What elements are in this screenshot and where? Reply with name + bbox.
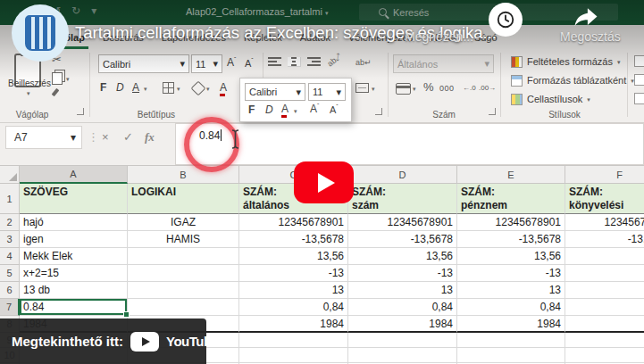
mini-bold-button[interactable]: F: [248, 103, 255, 116]
cell-A2[interactable]: hajó: [20, 214, 128, 231]
grow-font-button[interactable]: Aˆ: [227, 56, 236, 69]
font-color-button[interactable]: A: [220, 81, 227, 94]
cell-B1[interactable]: LOGIKAI: [128, 184, 239, 214]
insert-cells-icon[interactable]: [634, 55, 644, 67]
comma-style-button[interactable]: 000: [439, 84, 455, 93]
watch-later-label[interactable]: Megnézen...: [405, 29, 473, 44]
cell-C6[interactable]: 13: [239, 282, 348, 299]
row-header-4[interactable]: 4: [0, 248, 20, 265]
cell-A5[interactable]: x+2=15: [20, 265, 128, 282]
format-painter-icon[interactable]: [52, 88, 60, 96]
mini-shrink-font-button[interactable]: Aˇ: [330, 103, 339, 115]
cell-E1[interactable]: SZÁM:pénznem: [457, 184, 565, 214]
cell-styles-button[interactable]: Cellastílusok▾: [511, 92, 590, 106]
video-title-link[interactable]: Tartalmi cellaformázás az Excelben: szöv…: [75, 23, 611, 43]
italic-button[interactable]: D: [116, 81, 124, 94]
cell-C3[interactable]: -13,5678: [239, 231, 348, 248]
youtube-logo-icon[interactable]: [130, 332, 159, 352]
font-name-combo[interactable]: Calibri▾: [98, 54, 189, 73]
mini-font-name-combo[interactable]: Calibri▾: [245, 83, 305, 101]
increase-decimal-icon[interactable]: ←.0: [463, 84, 476, 92]
cell-A4[interactable]: Mekk Elek: [20, 248, 128, 265]
cell-D3[interactable]: -13,5678: [348, 231, 457, 248]
column-header-D[interactable]: D: [348, 166, 457, 184]
row-header-1[interactable]: 1: [0, 184, 20, 214]
cell-F7[interactable]: [565, 299, 644, 316]
cell-D9[interactable]: [348, 333, 457, 348]
column-header-E[interactable]: E: [457, 166, 565, 184]
row-header-3[interactable]: 3: [0, 231, 20, 248]
cell-B5[interactable]: [128, 265, 239, 282]
cell-C5[interactable]: -13: [239, 265, 348, 282]
play-button[interactable]: [294, 161, 354, 203]
cell-E10[interactable]: [457, 348, 565, 363]
enter-entry-button[interactable]: ✓: [123, 130, 133, 144]
mini-font-size-combo[interactable]: 11▾: [308, 83, 346, 101]
borders-caret-icon[interactable]: ▾: [177, 86, 180, 92]
decrease-decimal-icon[interactable]: .00→: [479, 84, 496, 92]
number-dialog-launcher-icon[interactable]: [489, 108, 496, 115]
document-title[interactable]: Alap02_Cellaformazas_tartalmi ▾: [186, 6, 328, 17]
accounting-caret-icon[interactable]: ▾: [413, 86, 416, 92]
cell-D4[interactable]: 13,56: [348, 248, 457, 265]
merge-caret-icon[interactable]: ▾: [372, 86, 375, 92]
cancel-entry-button[interactable]: ×: [102, 130, 109, 144]
cell-E4[interactable]: 13,56: [457, 248, 565, 265]
cell-A1[interactable]: SZÖVEG: [20, 184, 128, 214]
clipboard-dialog-launcher-icon[interactable]: [77, 108, 84, 115]
mini-grow-font-button[interactable]: Aˆ: [310, 103, 319, 115]
channel-avatar[interactable]: [12, 4, 69, 62]
row-header-6[interactable]: 6: [0, 282, 20, 299]
youtube-wordmark[interactable]: YouTube: [166, 334, 218, 349]
fill-color-caret-icon[interactable]: ▾: [206, 86, 210, 92]
cell-C2[interactable]: 12345678901: [239, 214, 348, 231]
cell-E5[interactable]: -13: [457, 265, 565, 282]
name-box[interactable]: A7▾: [5, 126, 82, 149]
paste-caret-icon[interactable]: ▾: [27, 90, 30, 96]
bold-button[interactable]: F: [100, 81, 106, 94]
share-button[interactable]: [573, 5, 599, 31]
cell-F2[interactable]: 12345678901: [565, 214, 644, 231]
row-header-5[interactable]: 5: [0, 265, 20, 282]
wrap-text-icon[interactable]: ab↵: [355, 58, 372, 67]
cell-F4[interactable]: [565, 248, 644, 265]
cell-F10[interactable]: [565, 348, 644, 363]
align-middle-icon[interactable]: [288, 57, 301, 67]
cell-E3[interactable]: -13,5678: [457, 231, 565, 248]
column-header-B[interactable]: B: [128, 166, 239, 184]
redo-icon[interactable]: ↻: [71, 4, 80, 17]
copy-caret-icon[interactable]: ▾: [66, 76, 70, 82]
row-header-2[interactable]: 2: [0, 214, 20, 231]
cell-E2[interactable]: 12345678901: [457, 214, 565, 231]
font-size-combo[interactable]: 11▾: [191, 54, 222, 73]
paste-label[interactable]: Beillesztés: [2, 79, 57, 88]
borders-icon[interactable]: [163, 82, 174, 94]
formula-input[interactable]: 0.84: [175, 123, 644, 165]
column-header-A[interactable]: A: [20, 166, 128, 184]
cell-D1[interactable]: SZÁM:szám: [348, 184, 457, 214]
cell-F6[interactable]: [565, 282, 644, 299]
alignment-dialog-launcher-icon[interactable]: [375, 108, 382, 115]
cell-A6[interactable]: 13 db: [20, 282, 128, 299]
align-bottom-icon[interactable]: [307, 57, 321, 66]
format-as-table-button[interactable]: Formázás táblázatként▾: [511, 73, 634, 87]
cell-C8[interactable]: 1984: [239, 316, 348, 333]
mini-italic-button[interactable]: D: [265, 103, 273, 116]
mini-font-color-button[interactable]: A: [281, 103, 289, 115]
cell-F5[interactable]: [565, 265, 644, 282]
watch-later-button[interactable]: [489, 3, 523, 37]
select-all-corner[interactable]: [0, 166, 20, 184]
cell-D6[interactable]: 13: [348, 282, 457, 299]
cell-C9[interactable]: [239, 333, 348, 348]
cell-B3[interactable]: HAMIS: [128, 231, 239, 248]
format-cells-icon[interactable]: [634, 93, 644, 104]
conditional-formatting-button[interactable]: Feltételes formázás▾: [511, 54, 621, 69]
fill-color-icon[interactable]: [191, 81, 206, 96]
share-label[interactable]: Megosztás: [560, 29, 621, 44]
cell-C10[interactable]: [239, 348, 348, 363]
cell-C7[interactable]: 0,84: [239, 299, 348, 316]
mini-font-color-caret-icon[interactable]: ▾: [294, 108, 297, 114]
cell-B7[interactable]: [128, 299, 239, 316]
cell-E8[interactable]: 1984: [457, 316, 565, 333]
cell-F8[interactable]: [565, 316, 644, 333]
